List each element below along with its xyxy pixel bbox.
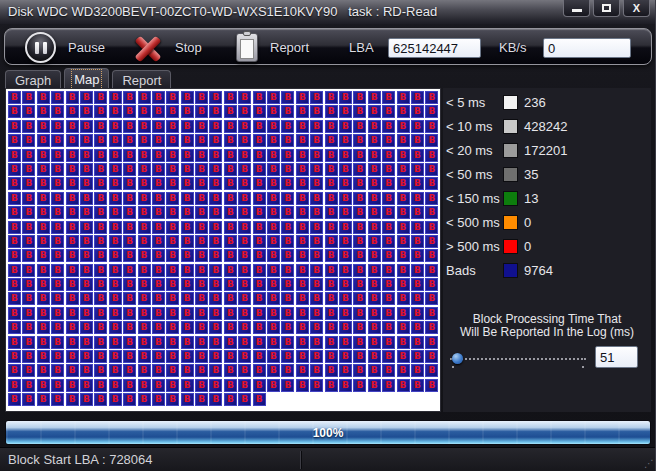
map-block[interactable]: B [281,321,294,334]
map-block[interactable]: B [51,120,64,133]
map-block[interactable]: B [224,393,237,406]
map-block[interactable]: B [267,177,280,190]
map-block[interactable]: B [209,235,222,248]
map-block[interactable]: B [411,149,424,162]
map-block[interactable]: B [22,105,35,118]
map-block[interactable]: B [195,105,208,118]
map-block[interactable]: B [339,91,352,104]
map-block[interactable]: B [8,120,21,133]
map-block[interactable]: B [397,91,410,104]
map-block[interactable]: B [310,192,323,205]
map-block[interactable]: B [181,177,194,190]
map-block[interactable]: B [253,221,266,234]
map-block[interactable]: B [51,149,64,162]
map-block[interactable]: B [80,278,93,291]
map-block[interactable]: B [51,278,64,291]
map-block[interactable]: B [123,292,136,305]
map-block[interactable]: B [397,379,410,392]
map-block[interactable]: B [138,221,151,234]
map-block[interactable]: B [109,264,122,277]
map-block[interactable]: B [224,105,237,118]
map-block[interactable]: B [281,336,294,349]
map-block[interactable]: B [238,120,251,133]
map-block[interactable]: B [22,364,35,377]
map-block[interactable]: B [339,379,352,392]
map-block[interactable]: B [397,292,410,305]
map-block[interactable]: B [66,364,79,377]
map-block[interactable]: B [152,379,165,392]
map-block[interactable]: B [37,364,50,377]
map-block[interactable]: B [238,307,251,320]
slider-thumb[interactable] [452,353,463,364]
map-block[interactable]: B [66,192,79,205]
map-block[interactable]: B [8,235,21,248]
map-block[interactable]: B [181,336,194,349]
map-block[interactable]: B [325,379,338,392]
map-block[interactable]: B [94,163,107,176]
map-block[interactable]: B [339,350,352,363]
map-block[interactable]: B [166,364,179,377]
map-block[interactable]: B [37,292,50,305]
map-block[interactable]: B [339,292,352,305]
map-block[interactable]: B [195,379,208,392]
map-block[interactable]: B [181,350,194,363]
map-block[interactable]: B [109,105,122,118]
map-block[interactable]: B [382,321,395,334]
map-block[interactable]: B [339,105,352,118]
map-block[interactable]: B [51,350,64,363]
map-block[interactable]: B [109,278,122,291]
map-block[interactable]: B [22,264,35,277]
map-block[interactable]: B [339,149,352,162]
map-block[interactable]: B [296,177,309,190]
map-block[interactable]: B [267,364,280,377]
map-block[interactable]: B [94,336,107,349]
map-block[interactable]: B [109,307,122,320]
map-block[interactable]: B [80,163,93,176]
map-block[interactable]: B [368,149,381,162]
map-block[interactable]: B [109,235,122,248]
map-block[interactable]: B [37,134,50,147]
map-block[interactable]: B [296,249,309,262]
map-block[interactable]: B [80,292,93,305]
map-block[interactable]: B [281,206,294,219]
map-block[interactable]: B [281,134,294,147]
map-block[interactable]: B [238,221,251,234]
map-block[interactable]: B [109,192,122,205]
map-block[interactable]: B [339,177,352,190]
map-block[interactable]: B [397,206,410,219]
map-block[interactable]: B [296,206,309,219]
map-block[interactable]: B [166,235,179,248]
map-block[interactable]: B [253,120,266,133]
map-block[interactable]: B [368,278,381,291]
map-block[interactable]: B [397,264,410,277]
map-block[interactable]: B [238,91,251,104]
map-block[interactable]: B [109,120,122,133]
map-block[interactable]: B [109,364,122,377]
map-block[interactable]: B [166,379,179,392]
map-block[interactable]: B [368,307,381,320]
map-block[interactable]: B [109,336,122,349]
map-block[interactable]: B [80,221,93,234]
map-block[interactable]: B [94,364,107,377]
map-block[interactable]: B [238,149,251,162]
map-block[interactable]: B [195,177,208,190]
map-block[interactable]: B [195,336,208,349]
map-block[interactable]: B [224,235,237,248]
map-block[interactable]: B [80,206,93,219]
map-block[interactable]: B [8,149,21,162]
map-block[interactable]: B [80,149,93,162]
map-block[interactable]: B [325,105,338,118]
map-block[interactable]: B [411,364,424,377]
map-block[interactable]: B [368,350,381,363]
map-block[interactable]: B [267,350,280,363]
map-block[interactable]: B [411,221,424,234]
map-block[interactable]: B [22,206,35,219]
map-block[interactable]: B [22,120,35,133]
map-block[interactable]: B [411,120,424,133]
map-block[interactable]: B [368,364,381,377]
maximize-button[interactable] [593,0,620,17]
map-block[interactable]: B [138,278,151,291]
log-time-input[interactable] [595,346,638,368]
map-block[interactable]: B [224,91,237,104]
map-block[interactable]: B [339,264,352,277]
